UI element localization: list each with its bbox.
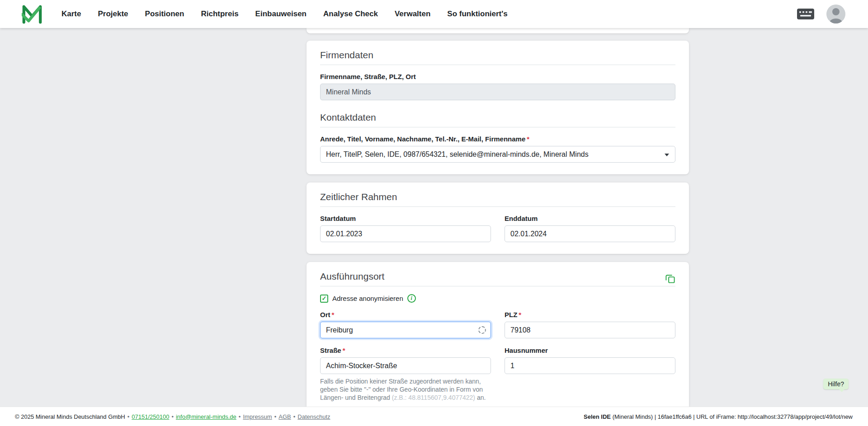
copyright-text: © 2025 Mineral Minds Deutschland GmbH — [15, 413, 125, 420]
content-area: Firmendaten Firmenname, Straße, PLZ, Ort… — [0, 28, 868, 407]
loading-spinner-icon — [478, 326, 486, 334]
ort-input[interactable] — [320, 322, 491, 338]
footer-link-datenschutz[interactable]: Datenschutz — [297, 413, 330, 420]
top-navbar: Karte Projekte Positionen Richtpreis Ein… — [0, 0, 868, 28]
anonymize-label: Adresse anonymisieren — [332, 295, 403, 302]
enddatum-label: Enddatum — [505, 215, 675, 222]
separator: • — [239, 413, 241, 420]
navbar-right-actions — [797, 5, 845, 23]
hausnummer-input[interactable] — [505, 357, 675, 374]
separator: • — [274, 413, 277, 420]
hint-coordinates-example: (z.B.: 48.8115607,9.4077422) — [392, 394, 475, 401]
plz-label: PLZ* — [505, 311, 675, 318]
enddatum-input[interactable] — [505, 225, 675, 242]
company-label: Firmenname, Straße, PLZ, Ort — [320, 73, 675, 80]
separator: • — [293, 413, 296, 420]
keyboard-icon[interactable] — [797, 8, 815, 20]
brand-logo[interactable] — [22, 4, 44, 24]
info-icon[interactable]: i — [407, 294, 416, 303]
hint-text-end: an. — [475, 394, 486, 401]
divider — [320, 65, 675, 65]
user-avatar[interactable] — [826, 5, 845, 23]
footer-link-impressum[interactable]: Impressum — [243, 413, 272, 420]
nav-item-verwalten[interactable]: Verwalten — [395, 9, 430, 19]
strasse-label: Straße* — [320, 346, 491, 354]
footer-right: Selen IDE (Mineral Minds) | 16fae1ffc6a6… — [584, 413, 853, 420]
anonymize-checkbox[interactable]: ✓ — [320, 295, 328, 303]
firmendaten-card: Firmendaten Firmenname, Straße, PLZ, Ort… — [307, 41, 689, 174]
nav-item-analyse-check[interactable]: Analyse Check — [323, 9, 378, 19]
strasse-hint: Falls die Position keiner Straße zugeord… — [320, 377, 493, 402]
strasse-field: Straße* Falls die Position keiner Straße… — [320, 346, 491, 407]
plz-label-text: PLZ — [505, 311, 517, 318]
startdatum-field: Startdatum — [320, 215, 491, 242]
strasse-label-text: Straße — [320, 346, 341, 354]
strasse-input[interactable] — [320, 357, 491, 374]
nav-item-so-funktionierts[interactable]: So funktioniert's — [447, 9, 507, 19]
main-navigation: Karte Projekte Positionen Richtpreis Ein… — [61, 9, 524, 19]
separator: • — [127, 413, 130, 420]
required-marker: * — [519, 311, 521, 318]
copy-icon[interactable] — [665, 273, 675, 284]
help-button[interactable]: Hilfe? — [823, 379, 849, 389]
footer: © 2025 Mineral Minds Deutschland GmbH • … — [0, 407, 868, 426]
divider — [320, 206, 675, 207]
footer-link-email[interactable]: info@mineral-minds.de — [176, 413, 236, 420]
divider — [320, 127, 675, 127]
startdatum-input[interactable] — [320, 225, 491, 242]
nav-item-positionen[interactable]: Positionen — [145, 9, 184, 19]
mineral-minds-logo-icon — [22, 4, 42, 24]
nav-item-richtpreis[interactable]: Richtpreis — [201, 9, 238, 19]
chevron-down-icon — [665, 154, 669, 156]
footer-ide-info: (Mineral Minds) | 16fae1ffc6a6 | URL of … — [611, 413, 853, 420]
company-input — [320, 84, 675, 100]
divider — [320, 286, 675, 286]
hausnummer-label: Hausnummer — [505, 346, 675, 354]
footer-left: © 2025 Mineral Minds Deutschland GmbH • … — [15, 413, 330, 420]
plz-input[interactable] — [505, 322, 675, 338]
contact-label: Anrede, Titel, Vorname, Nachname, Tel.-N… — [320, 135, 675, 143]
startdatum-label: Startdatum — [320, 215, 491, 222]
zeitlicher-rahmen-card: Zeitlicher Rahmen Startdatum Enddatum — [307, 183, 689, 254]
contact-select-value: Herr, TitelP, Selen, IDE, 0987/654321, s… — [326, 150, 589, 159]
nav-item-projekte[interactable]: Projekte — [98, 9, 128, 19]
previous-card-fragment — [307, 28, 689, 33]
anonymize-row: ✓ Adresse anonymisieren i — [320, 294, 675, 303]
company-label-text: Firmenname, Straße, PLZ, Ort — [320, 73, 416, 80]
plz-field: PLZ* — [505, 311, 675, 338]
ort-label-text: Ort — [320, 311, 330, 318]
footer-link-agb[interactable]: AGB — [278, 413, 291, 420]
contact-label-text: Anrede, Titel, Vorname, Nachname, Tel.-N… — [320, 135, 525, 143]
ausfuehrungsort-card: Ausführungsort ✓ Adresse anonymisieren i — [307, 262, 689, 407]
section-title-kontaktdaten: Kontaktdaten — [320, 112, 675, 123]
ort-field: Ort* — [320, 311, 491, 338]
required-marker: * — [332, 311, 335, 318]
section-title-ausfuehrungsort: Ausführungsort — [320, 271, 384, 282]
nav-item-karte[interactable]: Karte — [61, 9, 81, 19]
footer-ide-name: Selen IDE — [584, 413, 611, 420]
hausnummer-field: Hausnummer — [505, 346, 675, 407]
person-icon — [826, 5, 845, 23]
contact-select[interactable]: Herr, TitelP, Selen, IDE, 0987/654321, s… — [320, 146, 675, 163]
required-marker: * — [527, 135, 529, 143]
ort-label: Ort* — [320, 311, 491, 318]
separator: • — [171, 413, 174, 420]
enddatum-field: Enddatum — [505, 215, 675, 242]
section-title-zeitlicher-rahmen: Zeitlicher Rahmen — [320, 192, 675, 202]
section-title-firmendaten: Firmendaten — [320, 50, 675, 61]
footer-link-phone[interactable]: 07151/250100 — [132, 413, 169, 420]
required-marker: * — [343, 346, 345, 354]
nav-item-einbauweisen[interactable]: Einbauweisen — [255, 9, 307, 19]
